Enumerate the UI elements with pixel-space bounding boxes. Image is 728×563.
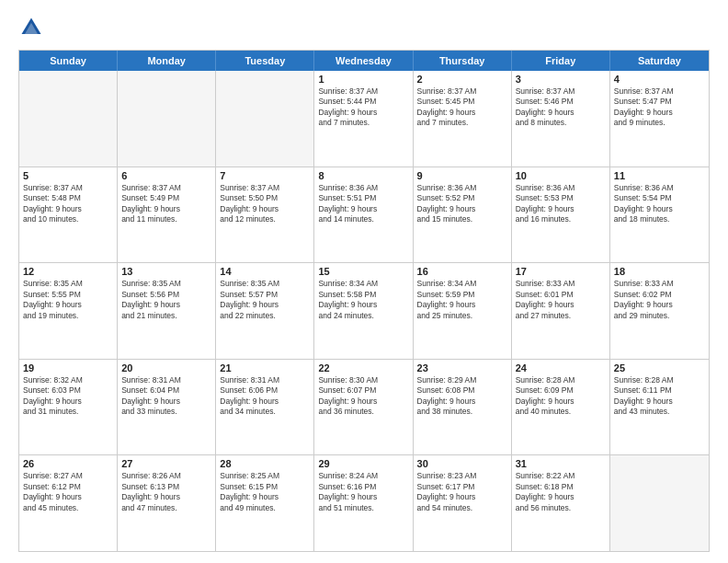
cell-info: Sunrise: 8:22 AM Sunset: 6:18 PM Dayligh… (516, 471, 606, 513)
calendar-cell: 23Sunrise: 8:29 AM Sunset: 6:08 PM Dayli… (414, 360, 512, 455)
calendar-cell: 28Sunrise: 8:25 AM Sunset: 6:15 PM Dayli… (216, 455, 314, 551)
day-number: 11 (614, 170, 705, 181)
weekday-header: Saturday (610, 51, 709, 71)
calendar-row: 26Sunrise: 8:27 AM Sunset: 6:12 PM Dayli… (19, 454, 709, 551)
day-number: 25 (614, 362, 705, 373)
cell-info: Sunrise: 8:37 AM Sunset: 5:46 PM Dayligh… (516, 86, 606, 129)
cell-info: Sunrise: 8:23 AM Sunset: 6:17 PM Dayligh… (417, 471, 507, 513)
cell-info: Sunrise: 8:27 AM Sunset: 6:12 PM Dayligh… (23, 471, 113, 513)
calendar-cell: 2Sunrise: 8:37 AM Sunset: 5:45 PM Daylig… (414, 71, 512, 167)
calendar-header: SundayMondayTuesdayWednesdayThursdayFrid… (19, 51, 709, 71)
cell-info: Sunrise: 8:29 AM Sunset: 6:08 PM Dayligh… (417, 375, 507, 418)
cell-info: Sunrise: 8:31 AM Sunset: 6:06 PM Dayligh… (220, 375, 310, 418)
calendar-cell: 1Sunrise: 8:37 AM Sunset: 5:44 PM Daylig… (314, 71, 413, 167)
day-number: 26 (23, 458, 113, 469)
weekday-header: Thursday (414, 51, 512, 71)
calendar-cell (118, 71, 216, 167)
day-number: 14 (220, 266, 310, 277)
day-number: 4 (614, 74, 705, 85)
day-number: 7 (220, 170, 310, 181)
calendar-row: 19Sunrise: 8:32 AM Sunset: 6:03 PM Dayli… (19, 359, 709, 455)
logo-icon (18, 15, 44, 40)
header (18, 15, 710, 40)
weekday-header: Sunday (19, 51, 118, 71)
cell-info: Sunrise: 8:35 AM Sunset: 5:57 PM Dayligh… (220, 279, 310, 321)
weekday-header: Wednesday (314, 51, 413, 71)
calendar-cell: 5Sunrise: 8:37 AM Sunset: 5:48 PM Daylig… (19, 167, 118, 263)
day-number: 2 (417, 74, 507, 85)
cell-info: Sunrise: 8:33 AM Sunset: 6:02 PM Dayligh… (614, 279, 705, 321)
cell-info: Sunrise: 8:37 AM Sunset: 5:47 PM Dayligh… (614, 86, 705, 129)
weekday-header: Friday (512, 51, 610, 71)
cell-info: Sunrise: 8:35 AM Sunset: 5:55 PM Dayligh… (23, 279, 113, 321)
cell-info: Sunrise: 8:24 AM Sunset: 6:16 PM Dayligh… (318, 471, 408, 513)
day-number: 28 (220, 458, 310, 469)
calendar-cell: 7Sunrise: 8:37 AM Sunset: 5:50 PM Daylig… (216, 167, 314, 263)
cell-info: Sunrise: 8:31 AM Sunset: 6:04 PM Dayligh… (121, 375, 211, 418)
day-number: 12 (23, 266, 113, 277)
day-number: 5 (23, 170, 113, 181)
calendar-cell: 26Sunrise: 8:27 AM Sunset: 6:12 PM Dayli… (19, 455, 118, 551)
day-number: 20 (121, 362, 211, 373)
day-number: 29 (318, 458, 408, 469)
calendar-cell: 22Sunrise: 8:30 AM Sunset: 6:07 PM Dayli… (314, 360, 413, 455)
day-number: 9 (417, 170, 507, 181)
calendar-cell: 31Sunrise: 8:22 AM Sunset: 6:18 PM Dayli… (512, 455, 610, 551)
cell-info: Sunrise: 8:26 AM Sunset: 6:13 PM Dayligh… (121, 471, 211, 513)
day-number: 16 (417, 266, 507, 277)
calendar-cell (216, 71, 314, 167)
page: SundayMondayTuesdayWednesdayThursdayFrid… (0, 0, 728, 563)
cell-info: Sunrise: 8:35 AM Sunset: 5:56 PM Dayligh… (121, 279, 211, 321)
day-number: 17 (516, 266, 606, 277)
cell-info: Sunrise: 8:37 AM Sunset: 5:45 PM Dayligh… (417, 86, 507, 129)
day-number: 31 (516, 458, 606, 469)
cell-info: Sunrise: 8:34 AM Sunset: 5:59 PM Dayligh… (417, 279, 507, 321)
calendar-cell: 9Sunrise: 8:36 AM Sunset: 5:52 PM Daylig… (414, 167, 512, 263)
calendar-cell: 27Sunrise: 8:26 AM Sunset: 6:13 PM Dayli… (118, 455, 216, 551)
calendar-cell: 8Sunrise: 8:36 AM Sunset: 5:51 PM Daylig… (314, 167, 413, 263)
cell-info: Sunrise: 8:37 AM Sunset: 5:49 PM Dayligh… (121, 183, 211, 225)
calendar-cell: 17Sunrise: 8:33 AM Sunset: 6:01 PM Dayli… (512, 263, 610, 359)
calendar-cell: 20Sunrise: 8:31 AM Sunset: 6:04 PM Dayli… (118, 360, 216, 455)
day-number: 18 (614, 266, 705, 277)
cell-info: Sunrise: 8:32 AM Sunset: 6:03 PM Dayligh… (23, 375, 113, 418)
calendar-cell: 29Sunrise: 8:24 AM Sunset: 6:16 PM Dayli… (314, 455, 413, 551)
cell-info: Sunrise: 8:37 AM Sunset: 5:48 PM Dayligh… (23, 183, 113, 225)
day-number: 8 (318, 170, 408, 181)
day-number: 27 (121, 458, 211, 469)
calendar: SundayMondayTuesdayWednesdayThursdayFrid… (18, 50, 710, 552)
cell-info: Sunrise: 8:28 AM Sunset: 6:09 PM Dayligh… (516, 375, 606, 418)
calendar-cell: 14Sunrise: 8:35 AM Sunset: 5:57 PM Dayli… (216, 263, 314, 359)
day-number: 15 (318, 266, 408, 277)
calendar-row: 12Sunrise: 8:35 AM Sunset: 5:55 PM Dayli… (19, 262, 709, 359)
calendar-cell: 18Sunrise: 8:33 AM Sunset: 6:02 PM Dayli… (610, 263, 709, 359)
calendar-cell: 3Sunrise: 8:37 AM Sunset: 5:46 PM Daylig… (512, 71, 610, 167)
calendar-cell (19, 71, 118, 167)
calendar-cell: 25Sunrise: 8:28 AM Sunset: 6:11 PM Dayli… (610, 360, 709, 455)
calendar-cell: 10Sunrise: 8:36 AM Sunset: 5:53 PM Dayli… (512, 167, 610, 263)
calendar-cell: 11Sunrise: 8:36 AM Sunset: 5:54 PM Dayli… (610, 167, 709, 263)
calendar-cell: 6Sunrise: 8:37 AM Sunset: 5:49 PM Daylig… (118, 167, 216, 263)
calendar-body: 1Sunrise: 8:37 AM Sunset: 5:44 PM Daylig… (19, 71, 709, 551)
calendar-cell: 4Sunrise: 8:37 AM Sunset: 5:47 PM Daylig… (610, 71, 709, 167)
calendar-row: 1Sunrise: 8:37 AM Sunset: 5:44 PM Daylig… (19, 71, 709, 167)
cell-info: Sunrise: 8:28 AM Sunset: 6:11 PM Dayligh… (614, 375, 705, 418)
cell-info: Sunrise: 8:37 AM Sunset: 5:50 PM Dayligh… (220, 183, 310, 225)
calendar-row: 5Sunrise: 8:37 AM Sunset: 5:48 PM Daylig… (19, 167, 709, 263)
cell-info: Sunrise: 8:34 AM Sunset: 5:58 PM Dayligh… (318, 279, 408, 321)
day-number: 23 (417, 362, 507, 373)
day-number: 19 (23, 362, 113, 373)
day-number: 13 (121, 266, 211, 277)
day-number: 21 (220, 362, 310, 373)
calendar-cell: 21Sunrise: 8:31 AM Sunset: 6:06 PM Dayli… (216, 360, 314, 455)
day-number: 3 (516, 74, 606, 85)
cell-info: Sunrise: 8:25 AM Sunset: 6:15 PM Dayligh… (220, 471, 310, 513)
day-number: 22 (318, 362, 408, 373)
cell-info: Sunrise: 8:36 AM Sunset: 5:53 PM Dayligh… (516, 183, 606, 225)
calendar-cell: 13Sunrise: 8:35 AM Sunset: 5:56 PM Dayli… (118, 263, 216, 359)
calendar-cell: 16Sunrise: 8:34 AM Sunset: 5:59 PM Dayli… (414, 263, 512, 359)
logo (18, 15, 48, 40)
calendar-cell (610, 455, 709, 551)
calendar-cell: 30Sunrise: 8:23 AM Sunset: 6:17 PM Dayli… (414, 455, 512, 551)
calendar-cell: 15Sunrise: 8:34 AM Sunset: 5:58 PM Dayli… (314, 263, 413, 359)
